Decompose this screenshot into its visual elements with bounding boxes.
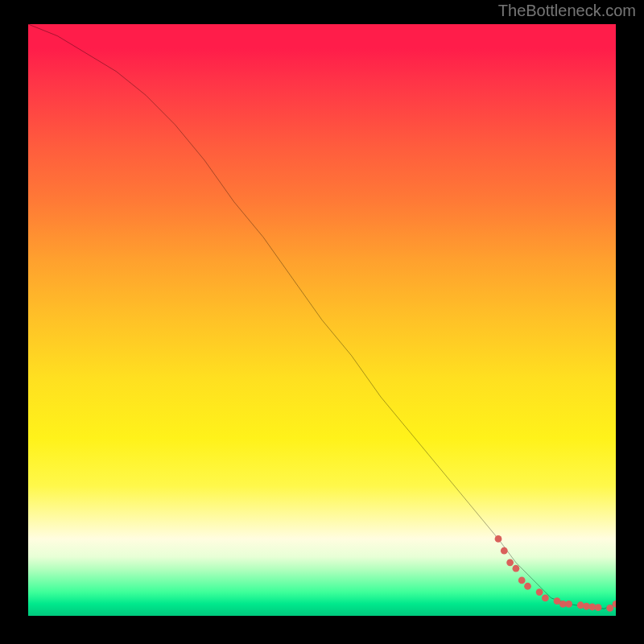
data-point [577, 601, 584, 609]
bottleneck-curve [28, 24, 616, 609]
chart-frame: TheBottleneck.com [0, 0, 644, 644]
watermark-text: TheBottleneck.com [498, 2, 636, 20]
data-point [495, 535, 502, 543]
data-point [606, 605, 613, 612]
data-point [542, 595, 549, 602]
data-point [506, 559, 514, 566]
data-point [524, 583, 531, 590]
data-point [513, 565, 520, 572]
plot-area [28, 24, 616, 616]
data-point [501, 547, 508, 555]
chart-svg [28, 24, 616, 616]
data-point [536, 588, 543, 596]
data-point [518, 576, 526, 584]
data-points [495, 535, 616, 612]
data-point [565, 601, 572, 608]
data-point [595, 604, 602, 611]
